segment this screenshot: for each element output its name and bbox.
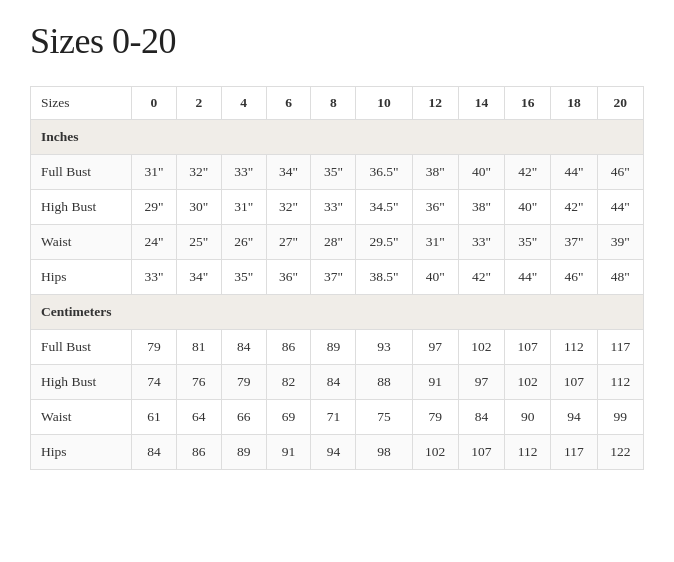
cell-0-3-9: 46" xyxy=(551,260,597,295)
cell-0-0-4: 35" xyxy=(311,155,356,190)
cell-1-1-1: 76 xyxy=(176,365,221,400)
cell-0-0-6: 38" xyxy=(412,155,458,190)
cell-1-3-5: 98 xyxy=(356,435,412,470)
cell-1-3-3: 91 xyxy=(266,435,311,470)
cell-1-2-8: 90 xyxy=(505,400,551,435)
cell-0-1-2: 31" xyxy=(221,190,266,225)
cell-1-3-0: 84 xyxy=(131,435,176,470)
cell-0-3-10: 48" xyxy=(597,260,643,295)
cell-1-0-8: 107 xyxy=(505,330,551,365)
cell-0-2-5: 29.5" xyxy=(356,225,412,260)
cell-0-2-4: 28" xyxy=(311,225,356,260)
cell-0-1-8: 40" xyxy=(505,190,551,225)
page-title: Sizes 0-20 xyxy=(30,20,644,62)
cell-1-2-10: 99 xyxy=(597,400,643,435)
row-label-1-0: Full Bust xyxy=(31,330,132,365)
cell-0-1-10: 44" xyxy=(597,190,643,225)
cell-1-1-9: 107 xyxy=(551,365,597,400)
row-label-0-1: High Bust xyxy=(31,190,132,225)
cell-0-3-4: 37" xyxy=(311,260,356,295)
cell-1-0-1: 81 xyxy=(176,330,221,365)
table-header-row: Sizes 02468101214161820 xyxy=(31,87,644,120)
cell-1-1-2: 79 xyxy=(221,365,266,400)
header-size-12: 12 xyxy=(412,87,458,120)
table-row: High Bust7476798284889197102107112 xyxy=(31,365,644,400)
cell-0-1-1: 30" xyxy=(176,190,221,225)
cell-0-1-5: 34.5" xyxy=(356,190,412,225)
cell-1-0-0: 79 xyxy=(131,330,176,365)
cell-0-1-0: 29" xyxy=(131,190,176,225)
cell-1-1-4: 84 xyxy=(311,365,356,400)
size-chart-table: Sizes 02468101214161820 InchesFull Bust3… xyxy=(30,86,644,470)
table-row: Waist6164666971757984909499 xyxy=(31,400,644,435)
cell-1-2-2: 66 xyxy=(221,400,266,435)
cell-1-3-9: 117 xyxy=(551,435,597,470)
header-size-6: 6 xyxy=(266,87,311,120)
cell-0-0-8: 42" xyxy=(505,155,551,190)
row-label-0-3: Hips xyxy=(31,260,132,295)
table-row: Full Bust79818486899397102107112117 xyxy=(31,330,644,365)
header-size-10: 10 xyxy=(356,87,412,120)
cell-0-0-7: 40" xyxy=(458,155,504,190)
cell-1-0-4: 89 xyxy=(311,330,356,365)
table-row: High Bust29"30"31"32"33"34.5"36"38"40"42… xyxy=(31,190,644,225)
cell-1-0-2: 84 xyxy=(221,330,266,365)
cell-1-3-4: 94 xyxy=(311,435,356,470)
section-label-0: Inches xyxy=(31,120,644,155)
table-row: Waist24"25"26"27"28"29.5"31"33"35"37"39" xyxy=(31,225,644,260)
section-header-1: Centimeters xyxy=(31,295,644,330)
cell-0-3-7: 42" xyxy=(458,260,504,295)
cell-0-1-3: 32" xyxy=(266,190,311,225)
cell-1-0-6: 97 xyxy=(412,330,458,365)
cell-1-1-3: 82 xyxy=(266,365,311,400)
cell-0-1-9: 42" xyxy=(551,190,597,225)
section-label-1: Centimeters xyxy=(31,295,644,330)
cell-1-1-8: 102 xyxy=(505,365,551,400)
cell-1-3-1: 86 xyxy=(176,435,221,470)
cell-1-1-0: 74 xyxy=(131,365,176,400)
header-size-20: 20 xyxy=(597,87,643,120)
cell-0-3-5: 38.5" xyxy=(356,260,412,295)
cell-0-3-3: 36" xyxy=(266,260,311,295)
cell-1-2-6: 79 xyxy=(412,400,458,435)
cell-0-3-6: 40" xyxy=(412,260,458,295)
row-label-1-2: Waist xyxy=(31,400,132,435)
sizes-header-label: Sizes xyxy=(31,87,132,120)
cell-1-0-3: 86 xyxy=(266,330,311,365)
cell-0-1-6: 36" xyxy=(412,190,458,225)
cell-1-3-10: 122 xyxy=(597,435,643,470)
cell-1-0-9: 112 xyxy=(551,330,597,365)
header-size-14: 14 xyxy=(458,87,504,120)
cell-1-3-8: 112 xyxy=(505,435,551,470)
cell-1-1-10: 112 xyxy=(597,365,643,400)
cell-0-0-2: 33" xyxy=(221,155,266,190)
cell-0-2-9: 37" xyxy=(551,225,597,260)
cell-1-0-7: 102 xyxy=(458,330,504,365)
cell-1-3-6: 102 xyxy=(412,435,458,470)
cell-1-2-1: 64 xyxy=(176,400,221,435)
header-size-18: 18 xyxy=(551,87,597,120)
cell-0-2-0: 24" xyxy=(131,225,176,260)
header-size-4: 4 xyxy=(221,87,266,120)
cell-0-2-7: 33" xyxy=(458,225,504,260)
header-size-0: 0 xyxy=(131,87,176,120)
cell-1-2-9: 94 xyxy=(551,400,597,435)
cell-0-0-1: 32" xyxy=(176,155,221,190)
cell-0-0-9: 44" xyxy=(551,155,597,190)
row-label-1-1: High Bust xyxy=(31,365,132,400)
header-size-2: 2 xyxy=(176,87,221,120)
cell-0-0-0: 31" xyxy=(131,155,176,190)
section-header-0: Inches xyxy=(31,120,644,155)
cell-1-2-4: 71 xyxy=(311,400,356,435)
cell-1-2-3: 69 xyxy=(266,400,311,435)
header-size-8: 8 xyxy=(311,87,356,120)
cell-1-1-7: 97 xyxy=(458,365,504,400)
row-label-0-2: Waist xyxy=(31,225,132,260)
cell-0-3-8: 44" xyxy=(505,260,551,295)
cell-0-2-10: 39" xyxy=(597,225,643,260)
cell-0-2-3: 27" xyxy=(266,225,311,260)
cell-0-2-8: 35" xyxy=(505,225,551,260)
cell-1-3-7: 107 xyxy=(458,435,504,470)
cell-0-0-3: 34" xyxy=(266,155,311,190)
cell-0-2-2: 26" xyxy=(221,225,266,260)
